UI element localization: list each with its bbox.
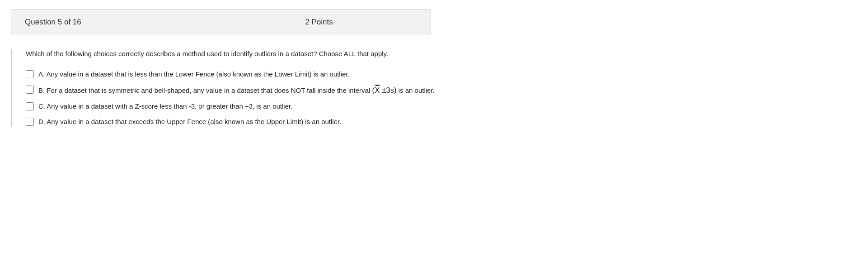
option-a-label[interactable]: A. Any value in a dataset that is less t…: [38, 69, 350, 80]
question-header: Question 5 of 16 2 Points: [11, 9, 431, 35]
option-b-label[interactable]: B. For a dataset that is symmetric and b…: [38, 85, 435, 96]
answer-option-c[interactable]: C. Any value in a dataset with a Z-score…: [26, 101, 734, 112]
answer-option-b[interactable]: B. For a dataset that is symmetric and b…: [26, 85, 734, 96]
answer-option-a[interactable]: A. Any value in a dataset that is less t…: [26, 69, 734, 80]
question-text: Which of the following choices correctly…: [26, 49, 734, 59]
option-b-text-after: is an outlier.: [397, 86, 435, 94]
question-label: Question 5 of 16: [25, 18, 221, 27]
checkbox-b[interactable]: [26, 86, 34, 94]
checkbox-c[interactable]: [26, 102, 34, 110]
x-bar-symbol: X̄: [375, 85, 380, 96]
checkbox-d[interactable]: [26, 118, 34, 126]
formula-notation: (X̄ ±3s): [372, 86, 396, 94]
option-c-label[interactable]: C. Any value in a dataset with a Z-score…: [38, 101, 292, 112]
question-body: Which of the following choices correctly…: [11, 49, 734, 127]
points-label: 2 Points: [221, 18, 417, 27]
option-d-label[interactable]: D. Any value in a dataset that exceeds t…: [38, 117, 341, 127]
checkbox-a[interactable]: [26, 70, 34, 78]
page-container: Question 5 of 16 2 Points Which of the f…: [0, 0, 868, 263]
option-b-text-before: B. For a dataset that is symmetric and b…: [38, 86, 372, 94]
answer-option-d[interactable]: D. Any value in a dataset that exceeds t…: [26, 117, 734, 127]
